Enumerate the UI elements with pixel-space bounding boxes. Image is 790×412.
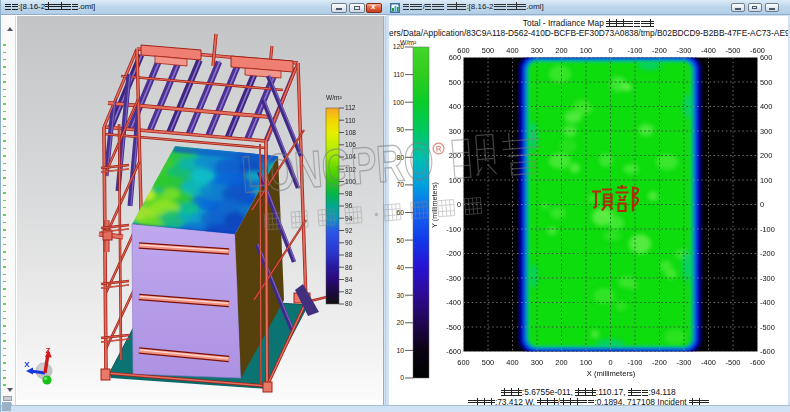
svg-text:96: 96 [345, 202, 353, 209]
svg-text:100: 100 [449, 176, 461, 185]
svg-text:300: 300 [531, 358, 543, 367]
svg-text:40: 40 [396, 264, 404, 271]
svg-text:-300: -300 [677, 358, 692, 367]
svg-text:600: 600 [457, 358, 469, 367]
svg-text:300: 300 [760, 127, 772, 136]
svg-text:60: 60 [396, 209, 404, 216]
svg-text:-400: -400 [701, 46, 716, 55]
svg-text:-400: -400 [701, 358, 716, 367]
svg-text:106: 106 [345, 141, 356, 148]
svg-text:-500: -500 [446, 323, 461, 332]
svg-text:-200: -200 [760, 249, 775, 258]
svg-text:50: 50 [396, 237, 404, 244]
svg-text:500: 500 [449, 78, 461, 87]
svg-text:94: 94 [345, 215, 353, 222]
svg-text:100: 100 [580, 46, 592, 55]
svg-text:98: 98 [345, 190, 353, 197]
svg-text:X: X [24, 360, 30, 369]
svg-text:-300: -300 [760, 274, 775, 283]
svg-text:400: 400 [760, 102, 772, 111]
svg-text:100: 100 [393, 99, 405, 106]
svg-text:0: 0 [608, 46, 612, 55]
svg-text:100: 100 [760, 176, 772, 185]
svg-text:100: 100 [345, 178, 356, 185]
svg-text:-100: -100 [446, 225, 461, 234]
svg-text:-300: -300 [446, 274, 461, 283]
svg-text:20: 20 [396, 319, 404, 326]
svg-text:84: 84 [345, 276, 353, 283]
svg-text:86: 86 [345, 264, 353, 271]
svg-text:102: 102 [345, 166, 356, 173]
svg-text:400: 400 [506, 46, 518, 55]
svg-text:200: 200 [555, 358, 567, 367]
svg-text:300: 300 [531, 46, 543, 55]
svg-text:200: 200 [760, 151, 772, 160]
svg-text:500: 500 [482, 358, 494, 367]
svg-text:90: 90 [396, 126, 404, 133]
svg-text:82: 82 [345, 288, 353, 295]
svg-text:-100: -100 [760, 225, 775, 234]
svg-text:80: 80 [345, 300, 353, 307]
svg-text:W/m²: W/m² [326, 94, 343, 101]
svg-text:-600: -600 [446, 347, 461, 356]
svg-text:-500: -500 [726, 46, 741, 55]
svg-text:120: 120 [393, 43, 405, 50]
svg-text:112: 112 [345, 104, 356, 111]
svg-text:200: 200 [555, 46, 567, 55]
svg-text:600: 600 [760, 53, 772, 62]
svg-text:0: 0 [760, 200, 764, 209]
svg-text:X (millimeters): X (millimeters) [587, 369, 636, 378]
svg-text:Y (millimeters): Y (millimeters) [430, 182, 439, 228]
svg-text:90: 90 [345, 239, 353, 246]
svg-text:104: 104 [345, 153, 356, 160]
svg-text:-200: -200 [446, 249, 461, 258]
svg-text:80: 80 [396, 154, 404, 161]
svg-text:Z: Z [46, 346, 51, 355]
svg-text:70: 70 [396, 181, 404, 188]
svg-text:0: 0 [608, 358, 612, 367]
svg-text:-200: -200 [652, 46, 667, 55]
svg-text:600: 600 [449, 53, 461, 62]
svg-text:400: 400 [449, 102, 461, 111]
svg-text:-400: -400 [760, 298, 775, 307]
svg-text:-100: -100 [628, 358, 643, 367]
svg-text:-600: -600 [750, 358, 765, 367]
svg-text:88: 88 [345, 251, 353, 258]
svg-text:200: 200 [449, 151, 461, 160]
svg-text:-500: -500 [760, 323, 775, 332]
svg-text:300: 300 [449, 127, 461, 136]
svg-text:-200: -200 [652, 358, 667, 367]
svg-text:110: 110 [393, 71, 404, 78]
svg-text:30: 30 [396, 292, 404, 299]
svg-text:0: 0 [457, 200, 461, 209]
svg-text:400: 400 [506, 358, 518, 367]
svg-text:-500: -500 [726, 358, 741, 367]
svg-text:-600: -600 [760, 347, 775, 356]
svg-text:500: 500 [482, 46, 494, 55]
svg-text:110: 110 [345, 117, 356, 124]
svg-text:100: 100 [580, 358, 592, 367]
svg-text:10: 10 [396, 347, 404, 354]
svg-text:500: 500 [760, 78, 772, 87]
svg-text:92: 92 [345, 227, 353, 234]
svg-text:-300: -300 [677, 46, 692, 55]
svg-text:-400: -400 [446, 298, 461, 307]
svg-text:0: 0 [400, 374, 404, 381]
svg-text:-100: -100 [628, 46, 643, 55]
svg-text:108: 108 [345, 129, 356, 136]
